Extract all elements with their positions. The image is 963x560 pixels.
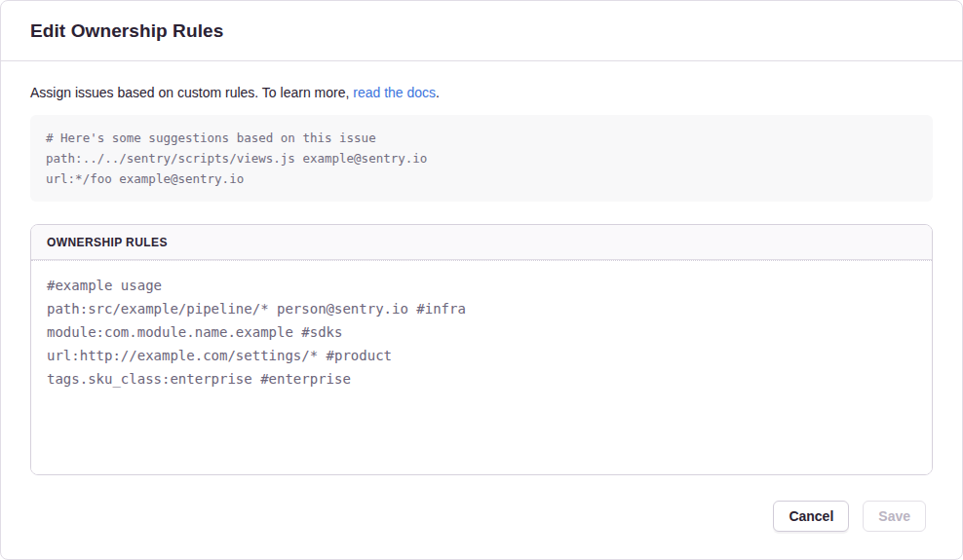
edit-ownership-rules-modal: Edit Ownership Rules Assign issues based… (0, 0, 963, 560)
ownership-rules-panel-header: OWNERSHIP RULES (31, 225, 932, 260)
ownership-rules-textarea[interactable] (31, 261, 932, 474)
save-button[interactable]: Save (863, 501, 926, 532)
suggestions-code: # Here's some suggestions based on this … (46, 128, 917, 189)
page-title: Edit Ownership Rules (30, 20, 933, 42)
description-text: Assign issues based on custom rules. To … (30, 84, 933, 101)
read-the-docs-link[interactable]: read the docs (353, 85, 436, 100)
cancel-button[interactable]: Cancel (773, 501, 849, 532)
description-after-link: . (436, 85, 440, 100)
description-before-link: Assign issues based on custom rules. To … (30, 85, 353, 100)
modal-header: Edit Ownership Rules (1, 1, 962, 61)
rules-editor-wrap (31, 260, 932, 474)
suggestions-block: # Here's some suggestions based on this … (30, 115, 933, 202)
modal-body: Assign issues based on custom rules. To … (1, 61, 962, 475)
ownership-rules-panel-title: OWNERSHIP RULES (47, 236, 916, 249)
ownership-rules-panel: OWNERSHIP RULES (30, 224, 933, 475)
modal-footer: Cancel Save (1, 475, 962, 560)
